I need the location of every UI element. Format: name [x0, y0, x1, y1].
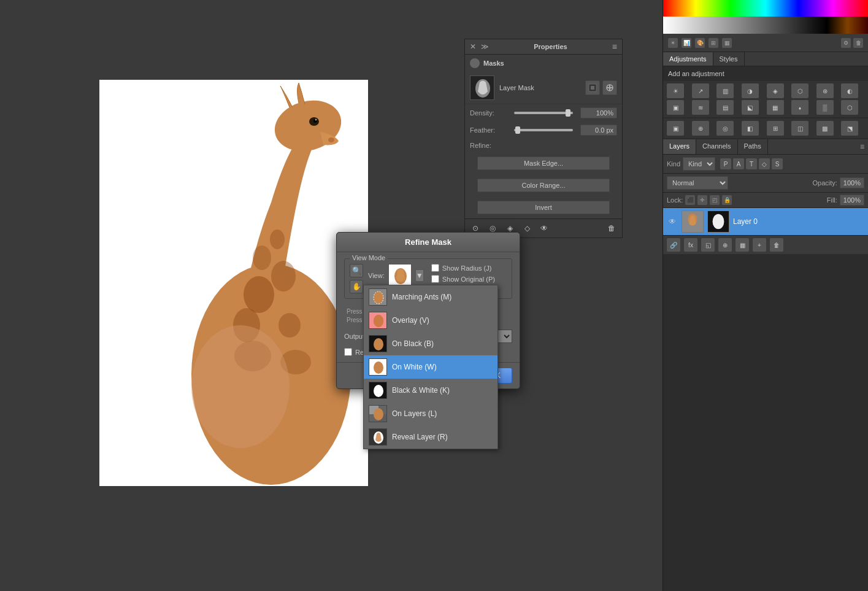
adj-threshold-icon[interactable]: ⬧ [791, 100, 808, 115]
feather-slider[interactable] [514, 129, 573, 131]
filter-smart-icon[interactable]: S [772, 158, 783, 169]
density-value[interactable]: 100% [580, 107, 617, 118]
adj-icon-b8[interactable]: ⬔ [841, 121, 858, 136]
tab-adjustments[interactable]: Adjustments [663, 52, 713, 66]
dropdown-on-white[interactable]: On White (W) [364, 355, 497, 379]
svg-point-45 [374, 408, 383, 420]
feather-value[interactable]: 0.0 px [580, 125, 617, 136]
layers-mask-icon[interactable]: ◱ [701, 238, 715, 252]
hand-tool[interactable]: ✋ [350, 280, 363, 293]
lock-position-icon[interactable]: ✛ [697, 195, 707, 205]
layers-group-icon[interactable]: ▦ [735, 238, 749, 252]
show-original-checkbox[interactable] [431, 275, 439, 283]
close-icon[interactable]: ✕ [470, 43, 477, 50]
adj-icon-b1[interactable]: ▣ [667, 121, 684, 136]
tab-layers[interactable]: Layers [663, 139, 696, 154]
adj-colorlookup-icon[interactable]: ▤ [716, 100, 734, 115]
dropdown-black-white[interactable]: Black & White (K) [364, 379, 497, 402]
adj-selectivecolor-icon[interactable]: ⬡ [841, 100, 858, 115]
mask-thumbnail-btn[interactable] [585, 80, 600, 95]
filter-type-icon[interactable]: T [746, 158, 757, 169]
mask-options-btn[interactable] [602, 80, 617, 95]
right-panel-icon-1[interactable]: ☀ [668, 38, 678, 48]
adj-curves-icon[interactable]: ↗ [692, 83, 709, 98]
right-panel-settings-icon[interactable]: ⚙ [841, 38, 851, 48]
adj-exposure-icon[interactable]: ◑ [742, 83, 759, 98]
lock-artboard-icon[interactable]: ◰ [710, 195, 720, 205]
color-row-top[interactable] [663, 0, 868, 17]
magnifier-tool[interactable]: 🔍 [350, 264, 363, 277]
color-range-button[interactable]: Color Range... [477, 179, 610, 192]
color-row-bottom[interactable] [663, 17, 868, 34]
layer-visibility-toggle[interactable]: 👁 [667, 216, 678, 227]
on-black-thumb [369, 335, 387, 352]
layers-adj-icon[interactable]: ⊕ [718, 238, 732, 252]
right-panel-trash-icon[interactable]: 🗑 [853, 38, 863, 48]
remember-settings-checkbox[interactable] [344, 348, 352, 356]
adj-icon-b5[interactable]: ⊞ [767, 121, 784, 136]
adj-icon-b2[interactable]: ⊕ [692, 121, 709, 136]
view-label-row: View: ▼ [368, 264, 424, 287]
layers-new-icon[interactable]: + [753, 238, 766, 252]
color-swatch-area [663, 0, 868, 34]
dropdown-on-layers[interactable]: On Layers (L) [364, 402, 497, 425]
panel-menu-icon[interactable]: ≡ [612, 42, 617, 52]
adj-invert-icon[interactable]: ⬕ [742, 100, 759, 115]
fill-value[interactable]: 100% [840, 195, 864, 206]
kind-label: Kind [667, 160, 680, 168]
adj-bw-icon[interactable]: ◐ [841, 83, 858, 98]
blend-mode-select[interactable]: Normal [667, 176, 728, 190]
right-panel-icon-2[interactable]: 📊 [682, 38, 691, 48]
adj-icon-b3[interactable]: ◎ [716, 121, 734, 136]
layers-menu-icon[interactable]: ≡ [856, 139, 868, 154]
view-dropdown-arrow[interactable]: ▼ [415, 269, 424, 282]
tab-channels[interactable]: Channels [696, 139, 737, 154]
adj-vibrance-icon[interactable]: ◈ [767, 83, 784, 98]
kind-select[interactable]: Kind [683, 157, 715, 171]
filter-adj-icon[interactable]: A [733, 158, 744, 169]
feather-row: Feather: 0.0 px [465, 122, 622, 139]
mask-edge-icon[interactable]: ◇ [520, 222, 534, 235]
fill-label: Fill: [827, 196, 837, 204]
dropdown-overlay[interactable]: Overlay (V) [364, 309, 497, 332]
density-slider[interactable] [514, 112, 573, 114]
adj-channelmixer-icon[interactable]: ≋ [692, 100, 709, 115]
lock-all-icon[interactable]: 🔒 [722, 195, 732, 205]
tab-styles[interactable]: Styles [713, 52, 745, 66]
dialog-title: Refine Mask [337, 233, 520, 252]
adj-icon-b7[interactable]: ▩ [816, 121, 834, 136]
filter-pixel-icon[interactable]: P [720, 158, 731, 169]
adj-icon-b4[interactable]: ◧ [742, 121, 759, 136]
opacity-value[interactable]: 100% [840, 177, 864, 188]
svg-point-11 [253, 245, 271, 270]
dropdown-marching-ants[interactable]: Marching Ants (M) [364, 285, 497, 309]
adj-colorbalance-icon[interactable]: ⊛ [816, 83, 834, 98]
adj-hsl-icon[interactable]: ⬡ [791, 83, 808, 98]
adj-icon-b6[interactable]: ◫ [791, 121, 808, 136]
view-thumbnail[interactable] [388, 264, 412, 287]
mask-delete-icon[interactable]: 🗑 [605, 222, 618, 235]
layers-link-icon[interactable]: 🔗 [667, 238, 680, 252]
adj-posterize-icon[interactable]: ▦ [767, 100, 784, 115]
invert-button[interactable]: Invert [477, 201, 610, 214]
show-radius-checkbox[interactable] [431, 264, 439, 272]
layers-fx-icon[interactable]: fx [684, 238, 697, 252]
right-panel-icon-3[interactable]: 🎨 [695, 38, 705, 48]
right-panel-icon-5[interactable]: ▦ [722, 38, 732, 48]
lock-pixels-icon[interactable]: ⬛ [685, 195, 695, 205]
dropdown-reveal-layer[interactable]: Reveal Layer (R) [364, 425, 497, 449]
layer-0-item[interactable]: 👁 Layer 0 [663, 208, 868, 235]
expand-icon[interactable]: ≫ [481, 42, 489, 51]
right-panel-icon-4[interactable]: ⊞ [709, 38, 718, 48]
tab-paths[interactable]: Paths [738, 139, 768, 154]
dialog-body: View Mode 🔍 ✋ View: [337, 252, 520, 362]
mask-apply-icon[interactable]: 👁 [537, 222, 551, 235]
layers-delete-icon[interactable]: 🗑 [770, 238, 783, 252]
adj-levels-icon[interactable]: ▥ [716, 83, 734, 98]
filter-shape-icon[interactable]: ◇ [759, 158, 770, 169]
adj-photofilter-icon[interactable]: ▣ [667, 100, 684, 115]
adj-brightness-icon[interactable]: ☀ [667, 83, 684, 98]
mask-edge-button[interactable]: Mask Edge... [477, 156, 610, 170]
adj-gradient-icon[interactable]: ▒ [816, 100, 834, 115]
dropdown-on-black[interactable]: On Black (B) [364, 332, 497, 355]
